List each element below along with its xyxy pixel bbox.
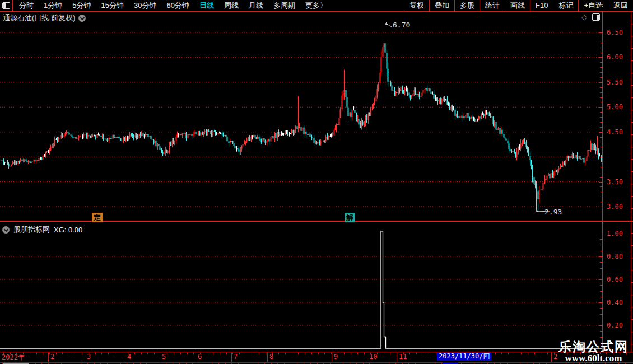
menu-item-period-5[interactable]: 60分钟 bbox=[161, 0, 194, 11]
time-axis-week-tick bbox=[82, 352, 82, 354]
time-axis-label: 11 bbox=[399, 353, 407, 361]
time-axis-month-line bbox=[332, 352, 332, 362]
time-axis-week-tick bbox=[547, 352, 548, 354]
time-axis-week-tick bbox=[122, 352, 122, 354]
menu-item-tool-5[interactable]: F10 bbox=[530, 0, 553, 11]
cursor-date-box: 2023/11/30/四 bbox=[437, 352, 491, 361]
chevron-down-icon[interactable] bbox=[78, 15, 86, 22]
time-axis-week-tick bbox=[292, 352, 292, 354]
signal-marker-1[interactable]: 解 bbox=[345, 213, 355, 222]
time-axis-week-tick bbox=[515, 352, 515, 354]
menu-item-tool-8[interactable]: 返回 bbox=[608, 0, 633, 11]
menu-item-period-7[interactable]: 周线 bbox=[219, 0, 244, 11]
price-axis-label: 6.00 bbox=[607, 53, 623, 61]
price-axis-line bbox=[602, 11, 603, 362]
time-axis-week-tick bbox=[259, 352, 259, 354]
time-axis-week-tick bbox=[246, 352, 246, 354]
menu-item-period-10[interactable]: 更多〉 bbox=[300, 0, 332, 11]
chart-title-bar: 通源石油(日线.前复权) bbox=[3, 13, 86, 23]
indicator-title-bar: 股朋指标网 XG: 0.00 bbox=[2, 225, 82, 235]
time-axis-week-tick bbox=[364, 352, 365, 354]
time-axis-week-tick bbox=[298, 352, 299, 354]
time-axis-week-tick bbox=[541, 352, 541, 354]
time-axis-month-line bbox=[367, 352, 367, 362]
time-axis-week-tick bbox=[501, 352, 502, 354]
time-axis-week-tick bbox=[253, 352, 253, 354]
time-axis-week-tick bbox=[134, 352, 135, 354]
indicator-chevron-down-icon[interactable] bbox=[2, 226, 10, 234]
time-axis-week-tick bbox=[180, 352, 181, 354]
time-axis-week-tick bbox=[344, 352, 345, 354]
time-axis-month-line bbox=[160, 352, 160, 362]
time-axis-week-tick bbox=[495, 352, 496, 354]
time-axis-month-line bbox=[551, 352, 552, 362]
panel-window-icons: ◇ bbox=[581, 13, 600, 21]
menu-item-tool-7[interactable]: +自选 bbox=[578, 0, 608, 11]
menu-item-period-8[interactable]: 月线 bbox=[244, 0, 268, 11]
time-axis-label: 2 bbox=[50, 353, 54, 361]
menu-item-tool-2[interactable]: 多股 bbox=[454, 0, 480, 11]
time-axis-label: 2022年 bbox=[2, 353, 25, 362]
time-axis-week-tick bbox=[430, 352, 430, 354]
candlestick-chart[interactable] bbox=[0, 11, 602, 221]
time-axis-label: 9 bbox=[334, 353, 338, 361]
split-view-icon[interactable] bbox=[592, 13, 600, 21]
menu-item-tool-0[interactable]: 复权 bbox=[404, 0, 429, 11]
time-axis-week-tick bbox=[278, 352, 279, 354]
time-axis-week-tick bbox=[167, 352, 167, 354]
time-axis-label: 3 bbox=[87, 353, 91, 361]
menu-item-period-3[interactable]: 15分钟 bbox=[96, 0, 128, 11]
time-axis-label: 5 bbox=[162, 353, 166, 361]
menu-item-period-0[interactable]: 分时 bbox=[14, 0, 39, 11]
menu-item-period-2[interactable]: 5分钟 bbox=[67, 0, 96, 11]
menu-item-period-4[interactable]: 30分钟 bbox=[129, 0, 161, 11]
app-root: 分时1分钟5分钟15分钟30分钟60分钟日线周线月线多周期更多〉 复权叠加多股统… bbox=[0, 0, 633, 364]
indicator-axis-label: 0.40 bbox=[607, 298, 623, 306]
layout-button[interactable] bbox=[0, 0, 13, 11]
price-axis-label: 3.00 bbox=[607, 203, 623, 211]
time-axis-week-tick bbox=[311, 352, 312, 354]
time-axis-week-tick bbox=[528, 352, 528, 354]
time-axis-week-tick bbox=[213, 352, 213, 354]
menu-item-period-1[interactable]: 1分钟 bbox=[39, 0, 67, 11]
indicator-axis-label: 0.80 bbox=[607, 253, 623, 260]
menu-item-tool-6[interactable]: 标记 bbox=[553, 0, 578, 11]
time-axis-month-line bbox=[48, 352, 49, 362]
time-axis-week-tick bbox=[187, 352, 188, 354]
menu-item-tool-3[interactable]: 统计 bbox=[480, 0, 505, 11]
menu-item-period-9[interactable]: 多周期 bbox=[268, 0, 300, 11]
time-axis-week-tick bbox=[318, 352, 319, 354]
time-axis-week-tick bbox=[416, 352, 417, 354]
signal-marker-0[interactable]: 定 bbox=[92, 213, 103, 222]
time-axis-month-line bbox=[267, 352, 268, 362]
time-axis-week-tick bbox=[141, 352, 142, 354]
time-axis-week-tick bbox=[36, 352, 37, 354]
time-axis-week-tick bbox=[239, 352, 240, 354]
time-axis-label: 7 bbox=[234, 353, 238, 361]
price-axis-label: 5.50 bbox=[607, 78, 623, 86]
time-axis-week-tick bbox=[423, 352, 423, 354]
time-axis-week-tick bbox=[508, 352, 509, 354]
time-axis-label: 6 bbox=[198, 353, 202, 361]
menu-item-tool-4[interactable]: 画线 bbox=[505, 0, 530, 11]
time-axis-week-tick bbox=[220, 352, 220, 354]
price-annotation-low: 2.93 bbox=[544, 208, 562, 216]
indicator-name: 股朋指标网 bbox=[13, 225, 50, 235]
time-axis-week-tick bbox=[56, 352, 57, 354]
watermark: 乐淘公式网 www.60lt.com bbox=[558, 340, 629, 363]
indicator-chart[interactable] bbox=[0, 221, 602, 352]
time-axis-week-tick bbox=[207, 352, 207, 354]
menu-left: 分时1分钟5分钟15分钟30分钟60分钟日线周线月线多周期更多〉 bbox=[14, 0, 332, 11]
time-axis-label: 4 bbox=[127, 353, 131, 361]
menu-item-tool-1[interactable]: 叠加 bbox=[429, 0, 454, 11]
indicator-value: XG: 0.00 bbox=[54, 226, 82, 234]
time-axis-week-tick bbox=[232, 352, 233, 354]
menu-item-period-6[interactable]: 日线 bbox=[194, 0, 219, 11]
time-axis-month-line bbox=[196, 352, 196, 362]
diamond-icon[interactable]: ◇ bbox=[581, 13, 587, 21]
time-axis-month-line bbox=[125, 352, 125, 362]
indicator-axis-label: 0.60 bbox=[607, 276, 623, 283]
time-axis-label: 10 bbox=[369, 353, 377, 361]
page-title: 通源石油(日线.前复权) bbox=[3, 13, 75, 23]
time-axis-week-tick bbox=[266, 352, 266, 354]
